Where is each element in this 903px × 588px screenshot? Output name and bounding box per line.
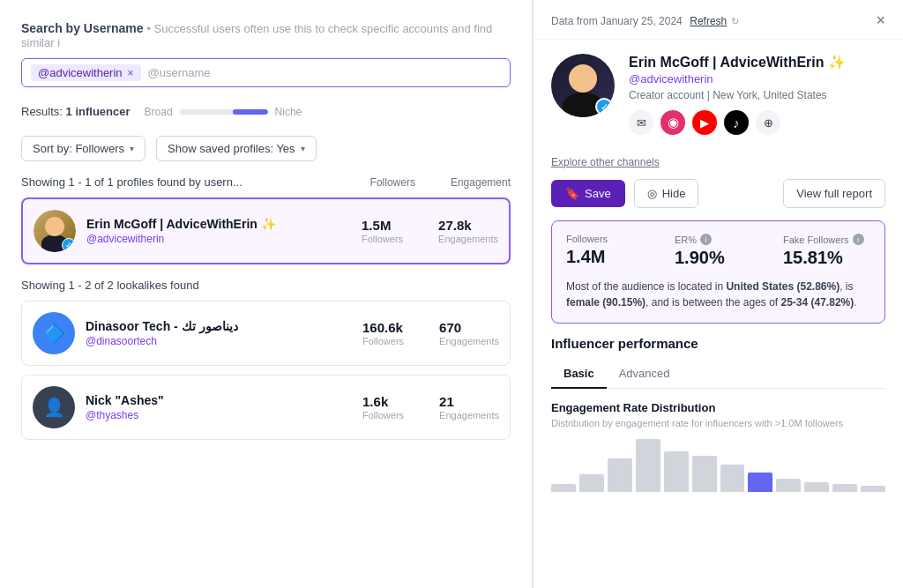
column-headers: Followers Engagement: [370, 176, 511, 189]
refresh-link[interactable]: Refresh: [690, 15, 727, 27]
influencer-performance: Influencer performance Basic Advanced En…: [534, 336, 903, 492]
showing-header: Showing 1 - 1 of 1 profiles found by use…: [21, 175, 511, 189]
profile-details-handle[interactable]: @advicewitherin: [629, 72, 885, 86]
profile-details-name: Erin McGoff | AdviceWithErin ✨: [629, 54, 885, 71]
stat-er: ER% i 1.90%: [675, 234, 762, 268]
stat-followers-value: 1.4M: [566, 247, 653, 267]
stat-fake-followers: Fake Followers i 15.81%: [783, 234, 870, 268]
verified-badge-large: ✓: [595, 98, 613, 115]
stat-followers: 160.6k Followers: [362, 320, 404, 346]
stat-followers-label: Followers: [566, 234, 653, 244]
fake-info-icon: i: [853, 234, 864, 245]
bar-chart: [551, 439, 885, 492]
youtube-icon[interactable]: ▶: [692, 110, 717, 135]
profile-handle: @dinasoortech: [86, 335, 352, 347]
engagement-section-title: Engagement Rate Distribution: [551, 401, 885, 414]
profile-stats: 160.6k Followers 670 Engagements: [362, 320, 499, 346]
stat-followers: Followers 1.4M: [566, 234, 653, 268]
profile-header-section: ✓ Erin McGoff | AdviceWithErin ✨ @advice…: [534, 40, 903, 149]
stat-fake-value: 15.81%: [783, 248, 870, 268]
stat-engagements: 670 Engagements: [439, 320, 499, 346]
bar-0: [551, 484, 576, 492]
verified-badge: ✓: [62, 238, 76, 252]
profile-details-meta: Creator account | New York, United State…: [629, 89, 885, 101]
broad-niche-slider: Broad Niche: [145, 106, 302, 118]
profile-card-erin[interactable]: ✓ Erin McGoff | AdviceWithErin ✨ @advice…: [21, 197, 511, 264]
tab-advanced[interactable]: Advanced: [607, 360, 683, 389]
sparkle-icon: ✨: [828, 55, 846, 70]
left-panel: Search by Username • Successful users of…: [0, 0, 533, 588]
stat-followers: 1.5M Followers: [362, 218, 403, 244]
avatar: 🔷: [33, 312, 75, 354]
engagement-section-sub: Distribution by engagement rate for infl…: [551, 418, 885, 428]
bar-5: [692, 456, 717, 492]
explore-channels-link[interactable]: Explore other channels: [551, 156, 885, 168]
broad-niche-fill: [233, 109, 268, 115]
profile-name: Erin McGoff | AdviceWithErin ✨: [86, 217, 351, 231]
stats-box: Followers 1.4M ER% i 1.90% Fake Follower…: [551, 220, 885, 324]
right-panel: Data from January 25, 2024 Refresh ↻ × ✓…: [533, 0, 903, 588]
profile-info: Erin McGoff | AdviceWithErin ✨ @advicewi…: [86, 217, 351, 245]
bar-2: [608, 458, 632, 492]
broad-niche-bar: [180, 109, 268, 115]
results-label: Results: 1 influencer: [21, 105, 131, 118]
remove-tag-icon[interactable]: ×: [128, 67, 134, 79]
performance-title: Influencer performance: [551, 336, 885, 351]
search-input-row[interactable]: @advicewitherin × @username: [21, 58, 511, 87]
search-tag: @advicewitherin ×: [31, 64, 141, 81]
action-buttons: 🔖 Save ◎ Hide View full report: [534, 179, 903, 220]
results-row: Results: 1 influencer Broad Niche: [21, 105, 511, 118]
email-icon[interactable]: ✉: [629, 110, 653, 135]
view-full-report-button[interactable]: View full report: [783, 179, 885, 208]
bar-7: [748, 473, 772, 492]
lookalike-header: Showing 1 - 2 of 2 lookalikes found: [21, 279, 511, 292]
profile-stats: 1.6k Followers 21 Engagements: [362, 394, 499, 421]
bookmark-icon: 🔖: [565, 187, 579, 200]
controls-row: Sort by: Followers ▾ Show saved profiles…: [21, 136, 511, 161]
data-from-label: Data from January 25, 2024 Refresh ↻: [551, 12, 739, 28]
stat-engagements: 21 Engagements: [439, 394, 499, 421]
avatar: ✓: [34, 210, 76, 252]
tiktok-icon[interactable]: ♪: [724, 110, 749, 135]
profile-name: Dinasoor Tech - ديناصور تك: [86, 319, 352, 333]
bar-9: [804, 482, 829, 492]
profile-name: Nick "Ashes": [86, 393, 352, 407]
stat-er-value: 1.90%: [675, 248, 762, 268]
hide-button[interactable]: ◎ Hide: [634, 179, 699, 208]
tabs-row: Basic Advanced: [551, 360, 885, 389]
social-icons-row: ✉ ◉ ▶ ♪ ⊕: [629, 110, 885, 135]
web-icon[interactable]: ⊕: [756, 110, 780, 135]
chevron-down-icon: ▾: [301, 144, 305, 153]
stats-box-row: Followers 1.4M ER% i 1.90% Fake Follower…: [566, 234, 870, 268]
profile-stats: 1.5M Followers 27.8k Engagements: [362, 218, 498, 244]
right-panel-header: Data from January 25, 2024 Refresh ↻ ×: [534, 0, 903, 40]
profile-info: Dinasoor Tech - ديناصور تك @dinasoortech: [86, 319, 352, 347]
save-button[interactable]: 🔖 Save: [551, 180, 625, 207]
saved-profiles-dropdown[interactable]: Show saved profiles: Yes ▾: [156, 136, 317, 161]
profile-avatar-large: ✓: [551, 54, 615, 117]
profile-card-dinasoor[interactable]: 🔷 Dinasoor Tech - ديناصور تك @dinasoorte…: [21, 301, 511, 366]
search-placeholder: @username: [148, 66, 211, 79]
er-info-icon: i: [700, 234, 712, 245]
hide-icon: ◎: [647, 187, 657, 200]
profile-handle: @thyashes: [86, 409, 352, 421]
bar-11: [861, 486, 885, 492]
stat-followers: 1.6k Followers: [362, 394, 404, 421]
profile-card-nick[interactable]: 👤 Nick "Ashes" @thyashes 1.6k Followers …: [21, 375, 511, 440]
bar-6: [720, 465, 745, 492]
close-button[interactable]: ×: [876, 12, 885, 28]
profile-details: Erin McGoff | AdviceWithErin ✨ @advicewi…: [629, 54, 885, 135]
sort-dropdown[interactable]: Sort by: Followers ▾: [21, 136, 146, 161]
audience-text: Most of the audience is located in Unite…: [566, 279, 870, 310]
profile-info: Nick "Ashes" @thyashes: [86, 393, 352, 421]
stat-fake-label: Fake Followers i: [783, 234, 870, 245]
chevron-down-icon: ▾: [130, 144, 134, 153]
instagram-icon[interactable]: ◉: [660, 110, 685, 135]
bar-1: [579, 474, 604, 492]
bar-4: [664, 451, 689, 492]
stat-engagements: 27.8k Engagements: [438, 218, 498, 244]
tab-basic[interactable]: Basic: [551, 360, 607, 389]
search-section: Search by Username • Successful users of…: [21, 21, 511, 87]
search-title: Search by Username • Successful users of…: [21, 21, 511, 49]
profile-handle: @advicewitherin: [86, 233, 351, 245]
